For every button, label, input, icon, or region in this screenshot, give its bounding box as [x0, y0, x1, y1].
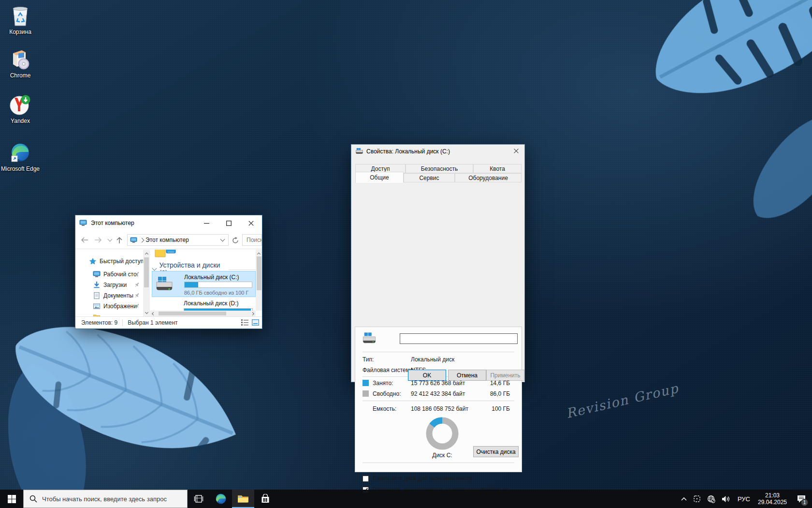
maximize-button[interactable]	[218, 215, 240, 231]
start-button[interactable]	[0, 490, 23, 508]
minimize-button[interactable]	[195, 215, 218, 231]
desktop-icon-chrome[interactable]: Chrome	[0, 48, 41, 79]
pin-icon	[134, 282, 140, 288]
filelist-scrollbar[interactable]	[256, 250, 262, 311]
desktop-icon	[93, 270, 101, 278]
drive-usage-bar	[184, 282, 252, 288]
separator	[362, 352, 514, 352]
used-bytes: 15 773 626 368 байт	[411, 380, 465, 387]
cancel-button[interactable]: Отмена	[448, 370, 486, 381]
sidebar-item-label: Быстрый доступ	[100, 258, 143, 265]
file-explorer-icon	[237, 494, 249, 504]
horizontal-scrollbar[interactable]	[150, 311, 256, 316]
clock[interactable]: 21:03 29.04.2025	[754, 490, 791, 508]
scrollbar-thumb[interactable]	[159, 312, 226, 315]
sidebar-item-downloads[interactable]: Загрузки	[75, 280, 143, 290]
thumbnails-view-icon[interactable]	[252, 319, 259, 326]
refresh-button[interactable]	[230, 235, 241, 246]
explorer-navbar: Этот компьютер Поиск	[75, 231, 262, 249]
notification-badge: 1	[801, 499, 808, 506]
disk-cleanup-button[interactable]: Очистка диска	[473, 446, 519, 457]
language-indicator[interactable]: РУС	[734, 490, 754, 508]
tab-tools[interactable]: Сервис	[404, 173, 455, 182]
scroll-up-arrow[interactable]	[256, 250, 262, 256]
compress-checkbox[interactable]	[362, 476, 369, 482]
dialog-close-button[interactable]	[508, 145, 524, 157]
scroll-left-arrow[interactable]	[150, 310, 157, 316]
used-size: 14,6 ГБ	[476, 380, 510, 387]
desktop-icon-label: Chrome	[0, 73, 41, 79]
taskbar-search-box[interactable]: Чтобы начать поиск, введите здесь запрос	[23, 490, 188, 508]
desktop-icon-yandex[interactable]: Yandex	[0, 94, 41, 124]
drive-name: Локальный диск (C:)	[184, 274, 239, 281]
drive-usage-fill	[185, 282, 198, 287]
action-center-button[interactable]: 1	[791, 490, 812, 508]
recent-locations-dropdown[interactable]	[104, 235, 115, 245]
capacity-label: Емкость:	[373, 405, 396, 412]
forward-button[interactable]	[93, 235, 103, 245]
tab-hardware[interactable]: Оборудование	[455, 173, 522, 182]
scroll-right-arrow[interactable]	[249, 310, 256, 316]
task-view-button[interactable]	[188, 490, 210, 508]
task-view-icon	[194, 494, 203, 503]
compress-checkbox-label: Сжать этот диск для экономии места	[373, 475, 472, 482]
display-device-icon[interactable]	[690, 490, 704, 508]
desktop-icon-edge[interactable]: Microsoft Edge	[0, 142, 41, 172]
tab-label: Квота	[490, 165, 505, 172]
ok-button[interactable]: OK	[408, 370, 446, 381]
desktop-icon-recycle-bin[interactable]: Корзина	[0, 5, 41, 35]
folder-icon	[93, 313, 101, 316]
sidebar-item-label: Загрузки	[103, 282, 127, 288]
sidebar-item-quick-access[interactable]: Быстрый доступ	[75, 256, 143, 266]
hidden-icons-chevron[interactable]	[678, 490, 690, 508]
tab-quota[interactable]: Квота	[473, 164, 522, 173]
this-pc-icon	[130, 237, 137, 243]
microsoft-store-icon	[261, 494, 270, 504]
search-placeholder: Чтобы начать поиск, введите здесь запрос	[42, 495, 167, 503]
used-legend-swatch	[362, 380, 369, 386]
back-button[interactable]	[79, 235, 90, 245]
address-dropdown-icon[interactable]	[220, 237, 225, 241]
pin-icon	[134, 271, 140, 277]
scrollbar-thumb[interactable]	[257, 256, 261, 290]
navigation-pane: Быстрый доступ Рабочий сто. Загрузки Док…	[75, 250, 143, 316]
sidebar-item-pictures[interactable]: Изображени	[75, 301, 143, 311]
tab-general[interactable]: Общие	[355, 172, 404, 183]
details-view-icon[interactable]	[241, 319, 248, 326]
up-button[interactable]	[114, 235, 125, 245]
taskbar-explorer-button[interactable]	[232, 490, 254, 508]
used-label: Занято:	[373, 380, 393, 387]
apply-button[interactable]: Применить	[486, 370, 524, 381]
close-button[interactable]	[240, 215, 262, 231]
volume-label-input[interactable]	[400, 333, 518, 344]
group-header-rule	[229, 269, 256, 270]
address-bar[interactable]: Этот компьютер	[127, 234, 229, 246]
capacity-size: 100 ГБ	[476, 405, 510, 412]
taskbar-edge-button[interactable]	[210, 490, 232, 508]
file-list: Устройства и диски (2) Локальный диск (C…	[150, 250, 256, 311]
explorer-search-input[interactable]: Поиск	[242, 234, 262, 246]
sidebar-item-label: Документы	[103, 292, 133, 299]
scroll-down-arrow[interactable]	[143, 310, 150, 316]
pictures-icon	[93, 302, 101, 310]
sidebar-item-partial[interactable]	[75, 312, 143, 316]
wallpaper-watermark: Revision Group	[565, 376, 700, 421]
scrollbar-thumb[interactable]	[144, 257, 149, 287]
downloads-icon	[93, 281, 101, 289]
scroll-up-arrow[interactable]	[143, 250, 150, 256]
tab-security[interactable]: Безопасность	[406, 164, 473, 173]
volume-icon[interactable]	[718, 490, 734, 508]
drive-item-c[interactable]: Локальный диск (C:) 86,0 ГБ свободно из …	[152, 271, 256, 297]
drive-item-d[interactable]: Локальный диск (D:)	[152, 299, 256, 311]
sidebar-item-label: Изображени	[103, 303, 137, 310]
tab-label: Доступ	[371, 165, 390, 172]
tab-label: Сервис	[419, 175, 439, 181]
sidebar-item-desktop[interactable]: Рабочий сто.	[75, 269, 143, 279]
sidebar-item-documents[interactable]: Документы	[75, 291, 143, 300]
network-globe-icon[interactable]	[704, 490, 718, 508]
sidebar-scrollbar[interactable]	[143, 250, 150, 316]
taskbar-store-button[interactable]	[254, 490, 276, 508]
explorer-titlebar[interactable]: Этот компьютер	[75, 215, 262, 231]
dialog-titlebar[interactable]: Свойства: Локальный диск (C:)	[351, 145, 524, 158]
clock-time: 21:03	[754, 492, 791, 499]
